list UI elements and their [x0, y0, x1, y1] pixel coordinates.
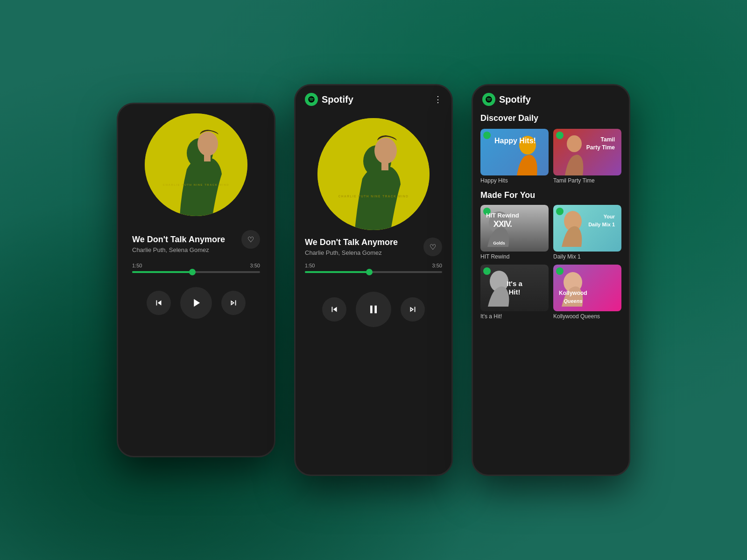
time-current-phone1: 1:50 [132, 263, 142, 268]
track-row-phone2: We Don't Talk Anymore Charlie Puth, Sele… [305, 238, 442, 256]
progress-section-phone1: 1:50 3:50 [127, 263, 265, 273]
svg-rect-8 [381, 161, 388, 170]
tamil-party-label: Tamil Party Time [553, 177, 621, 184]
playlist-card-its-a-hit[interactable]: It's a Hit! It's a Hit! [480, 265, 549, 320]
daily-mix-text: YourDaily Mix 1 [585, 209, 619, 232]
phone2-main-content: CHARLIE PUTH NINE TRACK MIND We Don't Ta… [296, 113, 451, 475]
svg-text:Golds: Golds [493, 241, 505, 245]
heart-button-phone2[interactable]: ♡ [423, 238, 442, 256]
spotify-name-phone3: Spotify [499, 94, 531, 105]
svg-rect-3 [204, 153, 211, 161]
daily-mix-image: YourDaily Mix 1 [553, 205, 621, 252]
discover-daily-grid: Happy Hits! Happy Hits TamilParty Time [480, 129, 621, 184]
play-button-phone1[interactable] [180, 287, 212, 319]
time-current-phone2: 1:50 [305, 263, 315, 268]
time-total-phone2: 3:50 [432, 263, 442, 268]
its-a-hit-label: It's a Hit! [480, 313, 549, 320]
heart-button-phone1[interactable]: ♡ [241, 230, 260, 249]
hit-rewind-label: HIT Rewind [480, 253, 549, 260]
svg-text:CHARLIE PUTH NINE TRACK MIND: CHARLIE PUTH NINE TRACK MIND [338, 195, 409, 198]
next-button-phone1[interactable] [221, 291, 246, 315]
hit-rewind-image: Golds HIT Rewind XXIV. [480, 205, 549, 252]
controls-phone1 [147, 287, 246, 319]
spotify-icon-phone3 [482, 93, 495, 106]
spotify-logo-phone3: Spotify [482, 93, 531, 106]
album-art-phone1: CHARLIE PUTH NINE TRACK MIND [145, 113, 247, 216]
spotify-name-phone2: Spotify [322, 94, 353, 105]
svg-point-2 [197, 132, 218, 156]
track-info-phone2: We Don't Talk Anymore Charlie Puth, Sele… [305, 238, 398, 256]
next-button-phone2[interactable] [401, 297, 425, 322]
time-total-phone1: 3:50 [250, 263, 260, 268]
phone-2-player: Spotify ⋮ CHARLIE PUTH NINE TRACK MIND W… [294, 84, 453, 476]
heart-icon-phone2: ♡ [430, 243, 436, 252]
spotify-header-phone2: Spotify ⋮ [296, 85, 451, 113]
playlist-card-daily-mix[interactable]: YourDaily Mix 1 Daily Mix 1 [553, 205, 621, 260]
playlist-card-tamil-party[interactable]: TamilParty Time Tamil Party Time [553, 129, 621, 184]
spotify-logo-phone2: Spotify [305, 93, 353, 106]
track-title-phone2: We Don't Talk Anymore [305, 238, 398, 247]
phone-3-browse: Spotify Discover Daily Happy Hits! [472, 84, 630, 476]
svg-point-11 [567, 135, 582, 152]
prev-button-phone1[interactable] [147, 291, 171, 315]
track-artist-phone2: Charlie Puth, Selena Gomez [305, 249, 398, 256]
controls-phone2 [322, 292, 425, 327]
progress-knob-phone1 [189, 269, 196, 275]
progress-bar-phone1[interactable] [132, 271, 260, 273]
happy-hits-image: Happy Hits! [480, 129, 549, 175]
daily-mix-label: Daily Mix 1 [553, 253, 621, 260]
kollywood-text: Kollywood Queens [555, 285, 591, 308]
phone3-main-content: Discover Daily Happy Hits! Happy Hits [473, 113, 629, 475]
progress-knob-phone2 [366, 269, 373, 275]
spotify-badge-happy-hits [483, 132, 491, 139]
discover-daily-title: Discover Daily [480, 113, 621, 123]
track-info-phone1: We Don't Talk Anymore Charlie Puth, Sele… [132, 235, 225, 253]
made-for-you-grid-row2: It's a Hit! It's a Hit! Kollywood Queens [480, 265, 621, 320]
spotify-icon-phone2 [305, 93, 318, 106]
progress-bar-phone2[interactable] [305, 271, 442, 273]
progress-section-phone2: 1:50 3:50 [305, 263, 442, 273]
made-for-you-title: Made For You [480, 190, 621, 200]
svg-text:CHARLIE PUTH NINE TRACK MIND: CHARLIE PUTH NINE TRACK MIND [163, 183, 229, 186]
track-title-phone1: We Don't Talk Anymore [132, 235, 225, 245]
progress-fill-phone1 [132, 271, 192, 273]
heart-icon-phone1: ♡ [247, 235, 254, 244]
track-artist-phone1: Charlie Puth, Selena Gomez [132, 246, 225, 253]
tamil-party-image: TamilParty Time [553, 129, 621, 175]
svg-point-7 [374, 138, 397, 164]
happy-hits-text: Happy Hits! [491, 133, 540, 149]
playlist-card-happy-hits[interactable]: Happy Hits! Happy Hits [480, 129, 549, 184]
spotify-header-phone3: Spotify [473, 85, 629, 113]
prev-button-phone2[interactable] [322, 297, 346, 322]
hit-rewind-text: HIT Rewind XXIV. [482, 208, 523, 233]
more-options-phone2[interactable]: ⋮ [434, 94, 442, 105]
progress-fill-phone2 [305, 271, 369, 273]
happy-hits-label: Happy Hits [480, 177, 549, 184]
kollywood-label: Kollywood Queens [553, 313, 621, 320]
phone-1-player: CHARLIE PUTH NINE TRACK MIND We Don't Ta… [117, 103, 275, 457]
album-art-phone2: CHARLIE PUTH NINE TRACK MIND [317, 118, 430, 230]
its-a-hit-text: It's a Hit! [498, 276, 532, 300]
tamil-party-text: TamilParty Time [583, 132, 619, 155]
pause-button-phone2[interactable] [356, 292, 391, 327]
its-a-hit-image: It's a Hit! [480, 265, 549, 311]
playlist-card-kollywood[interactable]: Kollywood Queens Kollywood Queens [553, 265, 621, 320]
made-for-you-grid-row1: Golds HIT Rewind XXIV. HIT Rewind [480, 205, 621, 260]
kollywood-image: Kollywood Queens [553, 265, 621, 311]
playlist-card-hit-rewind[interactable]: Golds HIT Rewind XXIV. HIT Rewind [480, 205, 549, 260]
